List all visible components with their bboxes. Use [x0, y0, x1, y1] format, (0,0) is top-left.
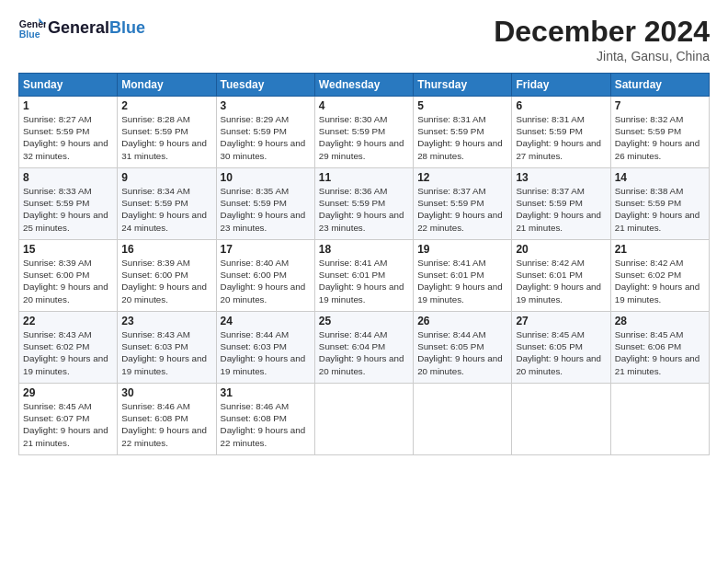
day-number: 8: [23, 171, 113, 184]
day-number: 18: [319, 243, 409, 256]
svg-text:Blue: Blue: [19, 29, 40, 40]
calendar-cell: 9 Sunrise: 8:34 AMSunset: 5:59 PMDayligh…: [118, 168, 216, 240]
calendar-cell: 7 Sunrise: 8:32 AMSunset: 5:59 PMDayligh…: [610, 97, 709, 168]
logo-icon: General Blue: [18, 15, 46, 42]
calendar-cell: 30 Sunrise: 8:46 AMSunset: 6:08 PMDaylig…: [118, 384, 216, 455]
calendar-cell: 29 Sunrise: 8:45 AMSunset: 6:07 PMDaylig…: [19, 384, 118, 455]
month-title: December 2024: [494, 15, 710, 49]
calendar-cell: 8 Sunrise: 8:33 AMSunset: 5:59 PMDayligh…: [19, 168, 118, 240]
day-number: 29: [23, 386, 113, 399]
day-info: Sunrise: 8:41 AMSunset: 6:01 PMDaylight:…: [417, 258, 503, 304]
day-number: 20: [516, 243, 606, 256]
calendar-cell: 3 Sunrise: 8:29 AMSunset: 5:59 PMDayligh…: [216, 97, 314, 168]
day-number: 31: [221, 386, 311, 399]
calendar-cell: 31 Sunrise: 8:46 AMSunset: 6:08 PMDaylig…: [216, 384, 314, 455]
col-header-wednesday: Wednesday: [314, 74, 413, 97]
day-info: Sunrise: 8:42 AMSunset: 6:02 PMDaylight:…: [615, 258, 700, 304]
day-info: Sunrise: 8:36 AMSunset: 5:59 PMDaylight:…: [319, 186, 404, 233]
day-number: 25: [319, 315, 409, 327]
day-number: 10: [221, 171, 311, 184]
day-info: Sunrise: 8:31 AMSunset: 5:59 PMDaylight:…: [417, 114, 503, 161]
day-number: 1: [23, 99, 113, 112]
day-number: 22: [23, 315, 113, 327]
day-number: 9: [121, 171, 211, 184]
day-info: Sunrise: 8:35 AMSunset: 5:59 PMDaylight:…: [221, 186, 306, 233]
calendar-cell: 19 Sunrise: 8:41 AMSunset: 6:01 PMDaylig…: [414, 240, 512, 312]
col-header-sunday: Sunday: [19, 74, 118, 97]
day-number: 13: [516, 171, 606, 184]
logo: General Blue GeneralBlue: [18, 15, 145, 42]
calendar-cell: [512, 384, 610, 455]
calendar-cell: 18 Sunrise: 8:41 AMSunset: 6:01 PMDaylig…: [314, 240, 413, 312]
calendar-cell: [414, 384, 512, 455]
calendar-cell: 28 Sunrise: 8:45 AMSunset: 6:06 PMDaylig…: [610, 312, 709, 384]
day-info: Sunrise: 8:45 AMSunset: 6:07 PMDaylight:…: [23, 401, 108, 448]
day-number: 14: [615, 171, 705, 184]
col-header-tuesday: Tuesday: [216, 74, 314, 97]
day-number: 24: [221, 315, 311, 327]
calendar-cell: 27 Sunrise: 8:45 AMSunset: 6:05 PMDaylig…: [512, 312, 610, 384]
col-header-friday: Friday: [512, 74, 610, 97]
day-number: 16: [121, 243, 211, 256]
col-header-saturday: Saturday: [610, 74, 709, 97]
day-info: Sunrise: 8:34 AMSunset: 5:59 PMDaylight:…: [121, 186, 207, 233]
calendar-cell: [314, 384, 413, 455]
day-info: Sunrise: 8:40 AMSunset: 6:00 PMDaylight:…: [221, 258, 306, 304]
day-info: Sunrise: 8:28 AMSunset: 5:59 PMDaylight:…: [121, 114, 207, 161]
svg-text:General: General: [19, 18, 46, 29]
day-info: Sunrise: 8:38 AMSunset: 5:59 PMDaylight:…: [615, 186, 700, 233]
day-info: Sunrise: 8:30 AMSunset: 5:59 PMDaylight:…: [319, 114, 404, 161]
calendar-cell: [610, 384, 709, 455]
day-number: 21: [615, 243, 705, 256]
calendar-cell: 15 Sunrise: 8:39 AMSunset: 6:00 PMDaylig…: [19, 240, 118, 312]
calendar-cell: 11 Sunrise: 8:36 AMSunset: 5:59 PMDaylig…: [314, 168, 413, 240]
day-info: Sunrise: 8:37 AMSunset: 5:59 PMDaylight:…: [516, 186, 601, 233]
day-number: 28: [615, 315, 705, 327]
day-number: 2: [121, 99, 211, 112]
day-info: Sunrise: 8:44 AMSunset: 6:05 PMDaylight:…: [417, 329, 503, 376]
header: General Blue GeneralBlue December 2024 J…: [18, 15, 710, 63]
day-info: Sunrise: 8:39 AMSunset: 6:00 PMDaylight:…: [23, 258, 108, 304]
day-number: 7: [615, 99, 705, 112]
day-info: Sunrise: 8:42 AMSunset: 6:01 PMDaylight:…: [516, 258, 601, 304]
col-header-thursday: Thursday: [414, 74, 512, 97]
calendar-table: SundayMondayTuesdayWednesdayThursdayFrid…: [18, 73, 710, 455]
day-number: 12: [417, 171, 507, 184]
day-number: 30: [121, 386, 211, 399]
col-header-monday: Monday: [118, 74, 216, 97]
day-info: Sunrise: 8:45 AMSunset: 6:06 PMDaylight:…: [615, 329, 700, 376]
day-info: Sunrise: 8:43 AMSunset: 6:03 PMDaylight:…: [121, 329, 207, 376]
day-info: Sunrise: 8:45 AMSunset: 6:05 PMDaylight:…: [516, 329, 601, 376]
calendar-cell: 16 Sunrise: 8:39 AMSunset: 6:00 PMDaylig…: [118, 240, 216, 312]
day-info: Sunrise: 8:43 AMSunset: 6:02 PMDaylight:…: [23, 329, 108, 376]
day-number: 19: [417, 243, 507, 256]
calendar-cell: 17 Sunrise: 8:40 AMSunset: 6:00 PMDaylig…: [216, 240, 314, 312]
calendar-cell: 22 Sunrise: 8:43 AMSunset: 6:02 PMDaylig…: [19, 312, 118, 384]
calendar-cell: 2 Sunrise: 8:28 AMSunset: 5:59 PMDayligh…: [118, 97, 216, 168]
day-info: Sunrise: 8:44 AMSunset: 6:03 PMDaylight:…: [221, 329, 306, 376]
location: Jinta, Gansu, China: [494, 49, 710, 63]
calendar-cell: 10 Sunrise: 8:35 AMSunset: 5:59 PMDaylig…: [216, 168, 314, 240]
calendar-cell: 1 Sunrise: 8:27 AMSunset: 5:59 PMDayligh…: [19, 97, 118, 168]
calendar-cell: 4 Sunrise: 8:30 AMSunset: 5:59 PMDayligh…: [314, 97, 413, 168]
calendar-cell: 5 Sunrise: 8:31 AMSunset: 5:59 PMDayligh…: [414, 97, 512, 168]
title-block: December 2024 Jinta, Gansu, China: [494, 15, 710, 63]
calendar-cell: 6 Sunrise: 8:31 AMSunset: 5:59 PMDayligh…: [512, 97, 610, 168]
day-info: Sunrise: 8:39 AMSunset: 6:00 PMDaylight:…: [121, 258, 207, 304]
day-info: Sunrise: 8:29 AMSunset: 5:59 PMDaylight:…: [221, 114, 306, 161]
day-info: Sunrise: 8:27 AMSunset: 5:59 PMDaylight:…: [23, 114, 108, 161]
day-info: Sunrise: 8:31 AMSunset: 5:59 PMDaylight:…: [516, 114, 601, 161]
day-number: 6: [516, 99, 606, 112]
day-number: 3: [221, 99, 311, 112]
day-info: Sunrise: 8:46 AMSunset: 6:08 PMDaylight:…: [121, 401, 207, 448]
day-number: 4: [319, 99, 409, 112]
logo-text: GeneralBlue: [48, 19, 145, 38]
day-number: 26: [417, 315, 507, 327]
page: General Blue GeneralBlue December 2024 J…: [0, 0, 728, 465]
day-info: Sunrise: 8:33 AMSunset: 5:59 PMDaylight:…: [23, 186, 108, 233]
calendar-cell: 14 Sunrise: 8:38 AMSunset: 5:59 PMDaylig…: [610, 168, 709, 240]
calendar-cell: 25 Sunrise: 8:44 AMSunset: 6:04 PMDaylig…: [314, 312, 413, 384]
day-info: Sunrise: 8:44 AMSunset: 6:04 PMDaylight:…: [319, 329, 404, 376]
calendar-cell: 12 Sunrise: 8:37 AMSunset: 5:59 PMDaylig…: [414, 168, 512, 240]
calendar-cell: 20 Sunrise: 8:42 AMSunset: 6:01 PMDaylig…: [512, 240, 610, 312]
